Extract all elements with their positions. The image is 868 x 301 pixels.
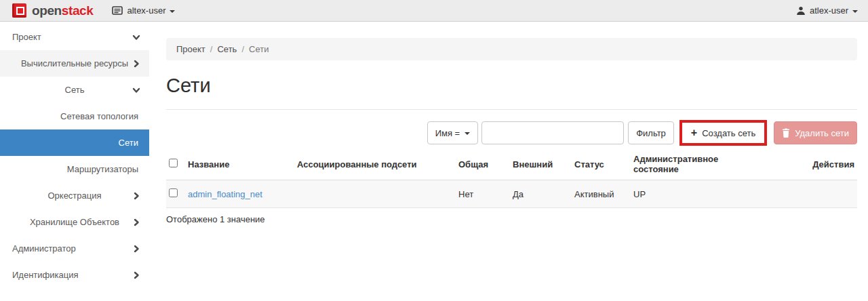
domain-icon — [112, 6, 123, 15]
sidebar-item-label: Хранилище Объектов — [30, 217, 119, 227]
cell-shared: Нет — [456, 180, 510, 208]
cell-external: Да — [510, 180, 572, 208]
chevron-down-icon — [852, 10, 858, 13]
user-label: atlex-user — [810, 5, 848, 16]
logo-stack: stack — [62, 3, 94, 18]
chevron-down-icon — [170, 10, 175, 13]
cell-subnets — [294, 180, 456, 208]
networks-table: Название Ассоциированные подсети Общая В… — [166, 148, 857, 208]
column-header-admin-state: Административное состояние — [631, 148, 766, 180]
chevron-right-icon — [132, 59, 141, 68]
chevron-down-icon — [465, 132, 470, 135]
create-network-label: Создать сеть — [702, 128, 755, 138]
domain-selector[interactable]: altex-user — [112, 5, 175, 16]
sidebar-item-label: Вычислительные ресурсы — [21, 58, 128, 68]
sidebar-item-identity[interactable]: Идентификация — [0, 262, 149, 288]
table-toolbar: Имя = Фильтр + Создать сеть Удалить сети — [166, 120, 857, 146]
breadcrumb-separator: / — [241, 44, 244, 54]
sidebar-item-routers[interactable]: Маршрутизаторы — [0, 156, 149, 182]
chevron-down-icon — [132, 85, 141, 95]
table-row: admin_floating_net Нет Да Активный UP — [166, 180, 857, 208]
domain-label: altex-user — [127, 5, 165, 16]
cell-actions — [766, 180, 857, 208]
annotation-highlight-box: + Создать сеть — [679, 120, 767, 146]
sidebar-item-label: Администратор — [12, 243, 76, 254]
network-name-link[interactable]: admin_floating_net — [188, 189, 262, 199]
cell-status: Активный — [572, 180, 631, 208]
cell-admin-state: UP — [631, 180, 766, 208]
sidebar-nav: Проект Вычислительные ресурсы Сеть Сетев… — [0, 22, 149, 288]
page-title: Сети — [166, 74, 857, 97]
column-header-status: Статус — [572, 148, 631, 180]
name-filter-label: Имя = — [435, 128, 460, 138]
column-header-actions: Действия — [766, 148, 857, 180]
chevron-right-icon — [132, 191, 141, 201]
sidebar-item-label: Сеть — [65, 85, 85, 95]
chevron-right-icon — [132, 244, 141, 254]
main-content: Проект/Сеть/Сети Сети Имя = Фильтр + Соз… — [149, 22, 868, 224]
search-input[interactable] — [481, 121, 624, 144]
sidebar-item-network[interactable]: Сеть — [0, 77, 149, 103]
sidebar-item-label: Сети — [119, 138, 138, 148]
sidebar-item-orchestration[interactable]: Оркестрация — [0, 182, 149, 209]
sidebar-item-compute[interactable]: Вычислительные ресурсы — [0, 50, 149, 77]
breadcrumb-network[interactable]: Сеть — [217, 44, 237, 54]
user-menu[interactable]: atlex-user — [796, 5, 858, 16]
sidebar-item-project[interactable]: Проект — [0, 24, 149, 50]
sidebar-item-label: Идентификация — [12, 270, 78, 280]
sidebar-item-network-topology[interactable]: Сетевая топология — [0, 103, 149, 129]
filter-button[interactable]: Фильтр — [628, 121, 674, 144]
column-header-name[interactable]: Название — [185, 148, 294, 180]
openstack-cube-icon — [12, 3, 26, 18]
delete-networks-label: Удалить сети — [795, 128, 849, 138]
column-header-shared: Общая — [456, 148, 510, 180]
sidebar-item-networks[interactable]: Сети — [0, 129, 149, 156]
sidebar-item-label: Проект — [12, 32, 41, 42]
name-filter-dropdown[interactable]: Имя = — [427, 121, 479, 144]
column-header-external: Внешний — [510, 148, 572, 180]
chevron-right-icon — [132, 218, 141, 227]
create-network-button[interactable]: + Создать сеть — [682, 123, 764, 143]
chevron-down-icon — [132, 33, 141, 42]
select-all-checkbox[interactable] — [169, 159, 178, 167]
title-divider — [166, 109, 857, 110]
breadcrumb-separator: / — [210, 44, 213, 54]
logo-text: openstack — [32, 3, 93, 18]
plus-icon: + — [691, 127, 697, 138]
logo-open: open — [32, 3, 62, 18]
breadcrumb-project[interactable]: Проект — [176, 44, 205, 54]
row-checkbox[interactable] — [169, 188, 178, 197]
sidebar-item-admin[interactable]: Администратор — [0, 235, 149, 262]
sidebar-item-label: Маршрутизаторы — [67, 164, 138, 174]
sidebar-item-label: Оркестрация — [47, 190, 101, 201]
breadcrumb: Проект/Сеть/Сети — [166, 38, 857, 60]
chevron-right-icon — [132, 270, 141, 280]
openstack-logo[interactable]: openstack — [0, 3, 93, 18]
table-footer-count: Отображено 1 значение — [166, 214, 857, 224]
table-header-row: Название Ассоциированные подсети Общая В… — [166, 148, 857, 180]
top-bar: openstack altex-user atlex-user — [0, 0, 868, 22]
sidebar-item-label: Сетевая топология — [60, 111, 138, 121]
breadcrumb-networks: Сети — [249, 44, 269, 54]
user-icon — [796, 6, 806, 16]
trash-icon — [782, 128, 790, 138]
delete-networks-button[interactable]: Удалить сети — [774, 121, 857, 144]
sidebar-item-object-storage[interactable]: Хранилище Объектов — [0, 209, 149, 235]
column-header-subnets: Ассоциированные подсети — [294, 148, 456, 180]
